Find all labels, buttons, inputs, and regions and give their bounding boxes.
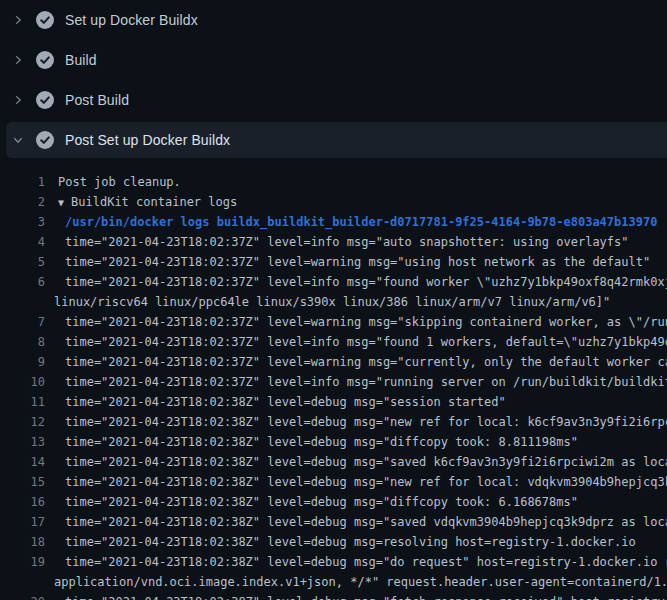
log-line: 9time="2021-04-23T18:02:37Z" level=warni…: [0, 352, 667, 372]
line-number[interactable]: 13: [0, 432, 45, 452]
log-text: Post job cleanup.: [0, 172, 667, 192]
log-group-title: BuildKit container logs: [71, 195, 237, 209]
log-text: time="2021-04-23T18:02:38Z" level=debug …: [0, 492, 667, 512]
log-line: 8time="2021-04-23T18:02:37Z" level=info …: [0, 332, 667, 352]
check-circle-icon: [36, 131, 54, 149]
log-text: time="2021-04-23T18:02:37Z" level=info m…: [0, 232, 667, 252]
step-label: Post Set up Docker Buildx: [65, 132, 230, 148]
step-label: Post Build: [65, 92, 129, 108]
chevron-down-icon[interactable]: [12, 134, 24, 146]
log-text: time="2021-04-23T18:02:38Z" level=debug …: [0, 592, 667, 600]
check-circle-icon: [36, 91, 54, 109]
check-circle-icon: [36, 51, 54, 69]
log-line: 18time="2021-04-23T18:02:38Z" level=debu…: [0, 532, 667, 552]
line-number[interactable]: 7: [0, 312, 45, 332]
log-line: 17time="2021-04-23T18:02:38Z" level=debu…: [0, 512, 667, 532]
log-text: time="2021-04-23T18:02:38Z" level=debug …: [0, 452, 667, 472]
line-number[interactable]: 10: [0, 372, 45, 392]
log-text: time="2021-04-23T18:02:38Z" level=debug …: [0, 512, 667, 532]
line-number[interactable]: 9: [0, 352, 45, 372]
line-number[interactable]: 16: [0, 492, 45, 512]
log-line: application/vnd.oci.image.index.v1+json,…: [0, 572, 667, 592]
line-number[interactable]: 8: [0, 332, 45, 352]
line-number[interactable]: 17: [0, 512, 45, 532]
log-line: 20time="2021-04-23T18:02:38Z" level=debu…: [0, 592, 667, 600]
line-number[interactable]: 6: [0, 272, 45, 292]
log-line: 15time="2021-04-23T18:02:38Z" level=debu…: [0, 472, 667, 492]
log-text: time="2021-04-23T18:02:38Z" level=debug …: [0, 432, 667, 452]
log-line: 16time="2021-04-23T18:02:38Z" level=debu…: [0, 492, 667, 512]
line-number[interactable]: 4: [0, 232, 45, 252]
log-text: time="2021-04-23T18:02:37Z" level=warnin…: [0, 252, 667, 272]
log-text: time="2021-04-23T18:02:38Z" level=debug …: [0, 412, 667, 432]
step-row-post-set-up-docker-buildx[interactable]: Post Set up Docker Buildx: [6, 122, 667, 158]
log-text: time="2021-04-23T18:02:37Z" level=info m…: [0, 272, 667, 292]
log-line: 10time="2021-04-23T18:02:37Z" level=info…: [0, 372, 667, 392]
step-label: Set up Docker Buildx: [65, 12, 198, 28]
chevron-right-icon[interactable]: [12, 94, 24, 106]
line-number[interactable]: 5: [0, 252, 45, 272]
log-line: 13time="2021-04-23T18:02:38Z" level=debu…: [0, 432, 667, 452]
log-line: linux/riscv64 linux/ppc64le linux/s390x …: [0, 292, 667, 312]
log-text: time="2021-04-23T18:02:37Z" level=info m…: [0, 372, 667, 392]
log-text: application/vnd.oci.image.index.v1+json,…: [0, 572, 667, 592]
step-row-build[interactable]: Build: [0, 40, 667, 80]
log-line: 19time="2021-04-23T18:02:38Z" level=debu…: [0, 552, 667, 572]
log-text: time="2021-04-23T18:02:38Z" level=debug …: [0, 552, 667, 572]
log-line: 12time="2021-04-23T18:02:38Z" level=debu…: [0, 412, 667, 432]
line-number[interactable]: 1: [0, 172, 45, 192]
step-label: Build: [65, 52, 97, 68]
log-text: time="2021-04-23T18:02:37Z" level=info m…: [0, 332, 667, 352]
log-group-header: ▼BuildKit container logs: [0, 192, 667, 213]
check-circle-icon: [36, 11, 54, 29]
chevron-right-icon[interactable]: [12, 14, 24, 26]
log-line: 1Post job cleanup.: [0, 172, 667, 192]
log-line: 11time="2021-04-23T18:02:38Z" level=debu…: [0, 392, 667, 412]
log-command-text: /usr/bin/docker logs buildx_buildkit_bui…: [0, 212, 667, 232]
log-line: 4time="2021-04-23T18:02:37Z" level=info …: [0, 232, 667, 252]
line-number[interactable]: 12: [0, 412, 45, 432]
line-number[interactable]: 11: [0, 392, 45, 412]
line-number[interactable]: 19: [0, 552, 45, 572]
line-number[interactable]: 15: [0, 472, 45, 492]
log-text: time="2021-04-23T18:02:38Z" level=debug …: [0, 472, 667, 492]
line-number[interactable]: 20: [0, 592, 45, 600]
log-line: 6time="2021-04-23T18:02:37Z" level=info …: [0, 272, 667, 292]
log-text: time="2021-04-23T18:02:37Z" level=warnin…: [0, 312, 667, 332]
log-text: linux/riscv64 linux/ppc64le linux/s390x …: [0, 292, 667, 312]
actions-log-viewer: Set up Docker BuildxBuildPost BuildPost …: [0, 0, 667, 600]
log-line: 3/usr/bin/docker logs buildx_buildkit_bu…: [0, 212, 667, 232]
log-line: 2▼BuildKit container logs: [0, 192, 667, 212]
log-area: 1Post job cleanup.2▼BuildKit container l…: [0, 160, 667, 600]
line-number[interactable]: 3: [0, 212, 45, 232]
log-text: time="2021-04-23T18:02:37Z" level=warnin…: [0, 352, 667, 372]
log-line: 5time="2021-04-23T18:02:37Z" level=warni…: [0, 252, 667, 272]
line-number[interactable]: 18: [0, 532, 45, 552]
line-number[interactable]: 14: [0, 452, 45, 472]
step-list: Set up Docker BuildxBuildPost BuildPost …: [0, 0, 667, 158]
chevron-right-icon[interactable]: [12, 54, 24, 66]
log-text: time="2021-04-23T18:02:38Z" level=debug …: [0, 392, 667, 412]
step-row-set-up-docker-buildx[interactable]: Set up Docker Buildx: [0, 0, 667, 40]
log-line: 7time="2021-04-23T18:02:37Z" level=warni…: [0, 312, 667, 332]
log-line: 14time="2021-04-23T18:02:38Z" level=debu…: [0, 452, 667, 472]
line-number[interactable]: 2: [0, 192, 45, 212]
log-group-toggle-icon[interactable]: ▼: [58, 193, 64, 213]
log-text: time="2021-04-23T18:02:38Z" level=debug …: [0, 532, 667, 552]
step-row-post-build[interactable]: Post Build: [0, 80, 667, 120]
